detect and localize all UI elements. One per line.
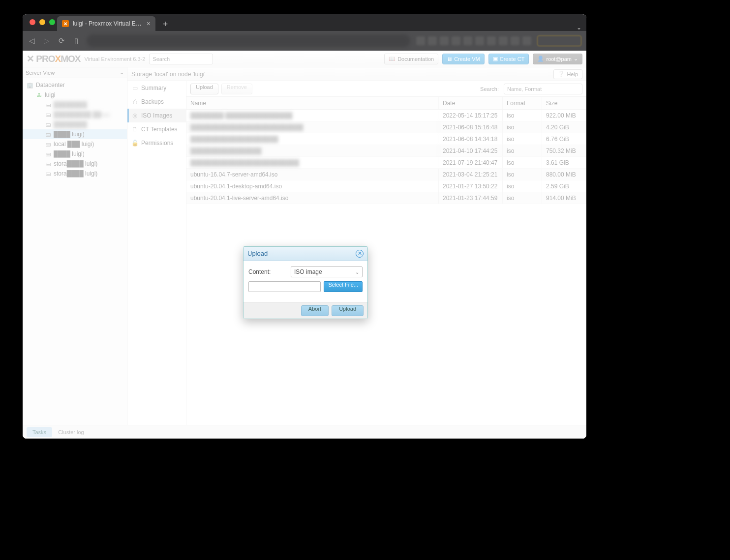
col-format[interactable]: Format bbox=[503, 97, 542, 109]
tree-storage-item[interactable]: 🖴stora████ luigi) bbox=[23, 169, 127, 178]
forward-icon[interactable]: ▷ bbox=[42, 36, 51, 45]
menu-icon: ▭ bbox=[131, 85, 138, 91]
storage-icon: 🖴 bbox=[44, 111, 51, 118]
help-button[interactable]: ❔Help bbox=[553, 69, 582, 79]
submenu-label: ISO Images bbox=[141, 112, 172, 119]
global-search-input[interactable] bbox=[149, 54, 213, 64]
table-row[interactable]: ██████████████████████████2021-07-19 21:… bbox=[186, 157, 586, 169]
cell-name: ███████████████████████████ bbox=[186, 121, 439, 133]
tree-storage-item[interactable]: 🖴stora████ luigi) bbox=[23, 159, 127, 169]
table-row[interactable]: ubuntu-20.04.1-live-server-amd64.iso2021… bbox=[186, 192, 586, 204]
cell-size: 922.00 MiB bbox=[542, 110, 586, 121]
filename-input[interactable] bbox=[248, 281, 321, 292]
col-name[interactable]: Name bbox=[186, 97, 439, 109]
chevron-down-icon: ⌄ bbox=[120, 69, 124, 76]
table-row[interactable]: ubuntu-20.04.1-desktop-amd64.iso2021-01-… bbox=[186, 180, 586, 192]
browser-tab[interactable]: ✕ luigi - Proxmox Virtual Environm × bbox=[57, 16, 155, 31]
tree-datacenter[interactable]: 🏢Datacenter bbox=[23, 80, 127, 90]
submenu-item[interactable]: ◎ISO Images bbox=[127, 109, 186, 122]
table-row[interactable]: █████████████████████2021-06-08 14:34:18… bbox=[186, 133, 586, 145]
search-label: Search: bbox=[480, 86, 499, 92]
tree-item-label: ████ luigi) bbox=[54, 131, 85, 138]
table-row[interactable]: █████████████████2021-04-10 17:44:25iso7… bbox=[186, 145, 586, 157]
tree-storage-item[interactable]: 🖴█████████ ██op) bbox=[23, 110, 127, 119]
tasks-tab[interactable]: Tasks bbox=[27, 427, 52, 437]
storage-icon: 🖴 bbox=[44, 101, 51, 108]
create-vm-button[interactable]: 🖥Create VM bbox=[442, 54, 485, 64]
submenu-item[interactable]: ⎙Backups bbox=[127, 95, 186, 109]
reload-icon[interactable]: ⟳ bbox=[57, 36, 66, 45]
extension-icon[interactable] bbox=[428, 36, 437, 45]
maximize-window-icon[interactable] bbox=[49, 19, 55, 25]
user-icon: 👤 bbox=[537, 56, 544, 62]
dialog-header[interactable]: Upload ✕ bbox=[243, 247, 367, 261]
resource-tree: 🏢Datacenter 🖧luigi 🖴████████🖴█████████ █… bbox=[23, 78, 127, 180]
storage-icon: 🖴 bbox=[44, 150, 51, 157]
tree-storage-item[interactable]: 🖴████ luigi) bbox=[23, 129, 127, 139]
extension-icon[interactable] bbox=[487, 36, 496, 45]
datacenter-icon: 🏢 bbox=[27, 82, 33, 88]
content-type-select[interactable]: ISO image ⌄ bbox=[291, 266, 363, 277]
content-toolbar: Upload Remove Search: bbox=[186, 81, 586, 97]
back-icon[interactable]: ◁ bbox=[28, 36, 36, 45]
tree-storage-item[interactable]: 🖴local ███ luigi) bbox=[23, 139, 127, 149]
submenu-item[interactable]: ▭Summary bbox=[127, 81, 186, 95]
tree-node-luigi[interactable]: 🖧luigi bbox=[23, 90, 127, 100]
cell-date: 2021-01-23 17:44:59 bbox=[439, 192, 503, 204]
submenu-item[interactable]: 🗋CT Templates bbox=[127, 122, 186, 136]
user-menu-button[interactable]: 👤root@pam ⌄ bbox=[533, 54, 582, 64]
cube-icon: ▣ bbox=[493, 56, 498, 62]
cell-date: 2021-03-04 21:25:21 bbox=[439, 169, 503, 180]
table-row[interactable]: ubuntu-16.04.7-server-amd64.iso2021-03-0… bbox=[186, 169, 586, 180]
tree-storage-item[interactable]: 🖴████ luigi) bbox=[23, 149, 127, 159]
server-icon: 🖧 bbox=[35, 91, 42, 98]
cluster-log-tab[interactable]: Cluster log bbox=[52, 427, 90, 437]
table-row[interactable]: ████████ ████████████████2022-05-14 15:1… bbox=[186, 110, 586, 121]
create-ct-button[interactable]: ▣Create CT bbox=[488, 54, 529, 64]
extension-icon[interactable] bbox=[475, 36, 484, 45]
bookmark-icon[interactable]: ▯ bbox=[72, 36, 81, 45]
dialog-footer: Abort Upload bbox=[243, 302, 367, 319]
cell-date: 2021-06-08 14:34:18 bbox=[439, 133, 503, 145]
remove-button[interactable]: Remove bbox=[221, 84, 252, 94]
close-tab-icon[interactable]: × bbox=[147, 20, 151, 28]
select-file-button[interactable]: Select File... bbox=[324, 281, 363, 292]
cell-name: ubuntu-20.04.1-live-server-amd64.iso bbox=[186, 192, 439, 204]
extension-icon[interactable] bbox=[440, 36, 449, 45]
upload-button[interactable]: Upload bbox=[190, 84, 218, 94]
tabs-overflow-icon[interactable]: ⌄ bbox=[577, 24, 581, 31]
submenu-label: Backups bbox=[141, 98, 164, 105]
cell-format: iso bbox=[503, 121, 542, 133]
table-row[interactable]: ███████████████████████████2021-06-08 15… bbox=[186, 121, 586, 133]
minimize-window-icon[interactable] bbox=[39, 19, 45, 25]
extension-icon[interactable] bbox=[499, 36, 508, 45]
close-window-icon[interactable] bbox=[30, 19, 35, 25]
documentation-button[interactable]: 📖Documentation bbox=[384, 54, 438, 64]
table-search-input[interactable] bbox=[504, 84, 582, 94]
table-header-row: Name Date Format Size bbox=[186, 97, 586, 110]
extension-icon[interactable] bbox=[511, 36, 519, 45]
cell-size: 2.59 GiB bbox=[542, 180, 586, 192]
extension-icon[interactable] bbox=[522, 36, 531, 45]
storage-icon: 🖴 bbox=[44, 160, 51, 167]
tree-storage-item[interactable]: 🖴████████ bbox=[23, 100, 127, 110]
col-date[interactable]: Date bbox=[439, 97, 503, 109]
cell-format: iso bbox=[503, 169, 542, 180]
extension-icon[interactable] bbox=[463, 36, 472, 45]
profile-button[interactable] bbox=[537, 35, 581, 46]
address-bar[interactable] bbox=[87, 34, 410, 47]
close-dialog-icon[interactable]: ✕ bbox=[356, 250, 364, 258]
server-view-selector[interactable]: Server View ⌄ bbox=[23, 67, 127, 78]
storage-icon: 🖴 bbox=[44, 131, 51, 138]
upload-confirm-button[interactable]: Upload bbox=[332, 305, 364, 316]
abort-button[interactable]: Abort bbox=[301, 305, 329, 316]
new-tab-button[interactable]: + bbox=[158, 17, 172, 31]
submenu-item[interactable]: 🔓Permissions bbox=[127, 136, 186, 150]
proxmox-app: ✕ PROXMOX Virtual Environment 6.3-2 📖Doc… bbox=[23, 51, 586, 439]
extension-icon[interactable] bbox=[452, 36, 460, 45]
tree-storage-item[interactable]: 🖴████████ bbox=[23, 119, 127, 129]
col-size[interactable]: Size bbox=[542, 97, 586, 109]
chevron-down-icon: ⌄ bbox=[574, 56, 578, 62]
extension-icon[interactable] bbox=[416, 36, 425, 45]
book-icon: 📖 bbox=[389, 56, 395, 62]
